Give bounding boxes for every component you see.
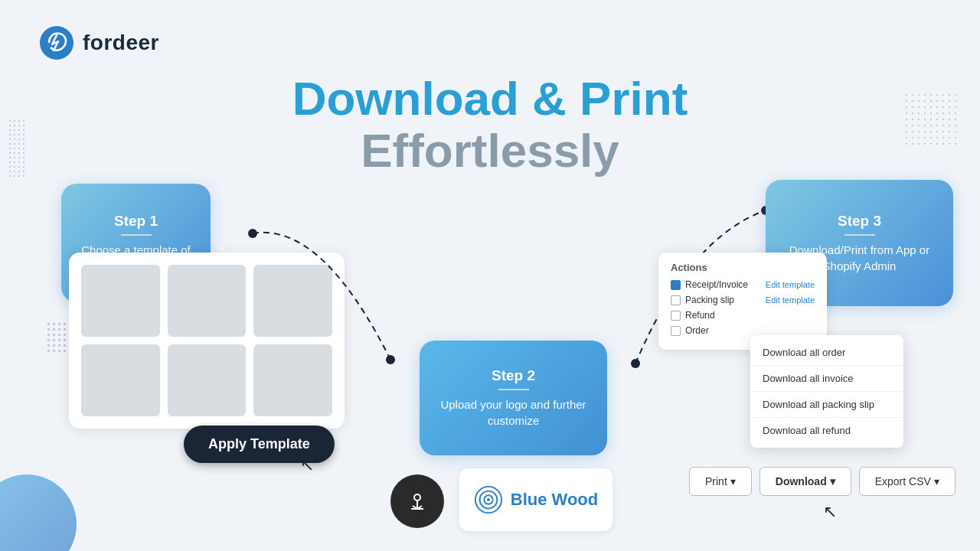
action-left-refund: Refund bbox=[671, 310, 715, 321]
title-line2: Effortlessly bbox=[0, 125, 980, 177]
title-line1: Download & Print bbox=[0, 73, 980, 125]
dropdown-item-all-packing[interactable]: Download all packing slip bbox=[750, 392, 903, 418]
fordeer-logo-icon bbox=[38, 24, 75, 61]
svg-point-1 bbox=[248, 229, 257, 238]
checkbox-order[interactable] bbox=[671, 326, 681, 336]
logo-text: fordeer bbox=[83, 31, 159, 55]
action-row-receipt: Receipt/Invoice Edit template bbox=[671, 279, 815, 290]
action-left-order: Order bbox=[671, 325, 709, 336]
action-label-order: Order bbox=[685, 325, 709, 336]
download-label: Download bbox=[776, 475, 827, 487]
checkbox-packing[interactable] bbox=[671, 295, 681, 305]
print-button[interactable]: Print ▾ bbox=[689, 467, 752, 496]
action-left-packing: Packing slip bbox=[671, 295, 734, 305]
cursor-icon-download: ↖ bbox=[823, 502, 837, 522]
template-thumb-1 bbox=[81, 265, 160, 337]
action-row-packing: Packing slip Edit template bbox=[671, 295, 815, 305]
template-thumb-2 bbox=[168, 265, 247, 337]
step3-divider bbox=[844, 234, 875, 236]
download-chevron-icon: ▾ bbox=[830, 475, 835, 487]
svg-point-3 bbox=[631, 359, 640, 368]
step1-label: Step 1 bbox=[114, 213, 158, 230]
share-icon-circle bbox=[390, 474, 444, 528]
export-csv-button[interactable]: Export CSV ▾ bbox=[859, 467, 956, 496]
main-title: Download & Print Effortlessly bbox=[0, 73, 980, 177]
template-thumb-5 bbox=[168, 344, 247, 416]
dropdown-item-all-refund[interactable]: Download all refund bbox=[750, 418, 903, 443]
step2-divider bbox=[498, 389, 529, 390]
dropdown-item-all-invoice[interactable]: Download all invoice bbox=[750, 366, 903, 392]
bluewood-name: Blue Wood bbox=[511, 490, 598, 510]
svg-point-5 bbox=[414, 494, 420, 500]
edit-template-packing[interactable]: Edit template bbox=[766, 295, 815, 305]
bluewood-card: Blue Wood bbox=[459, 468, 612, 531]
step2-box: Step 2 Upload your logo and further cust… bbox=[420, 341, 607, 455]
svg-point-9 bbox=[487, 498, 490, 501]
actions-title: Actions bbox=[671, 262, 815, 273]
template-thumb-6 bbox=[253, 344, 332, 416]
dropdown-item-all-order[interactable]: Download all order bbox=[750, 340, 903, 366]
step3-label: Step 3 bbox=[838, 213, 881, 230]
action-left-receipt: Receipt/Invoice bbox=[671, 279, 748, 290]
template-thumb-4 bbox=[81, 344, 160, 416]
step2-desc: Upload your logo and further customize bbox=[432, 396, 595, 429]
export-csv-label: Export CSV bbox=[875, 475, 931, 487]
checkbox-refund[interactable] bbox=[671, 311, 681, 321]
template-thumb-3 bbox=[253, 265, 332, 337]
checkbox-receipt[interactable] bbox=[671, 280, 681, 290]
edit-template-receipt[interactable]: Edit template bbox=[766, 280, 815, 289]
action-label-packing: Packing slip bbox=[685, 295, 734, 305]
bluewood-logo-icon bbox=[474, 485, 503, 514]
cursor-icon: ↖ bbox=[300, 455, 314, 475]
print-label: Print bbox=[705, 475, 727, 487]
print-chevron-icon: ▾ bbox=[730, 475, 736, 487]
export-csv-chevron-icon: ▾ bbox=[934, 475, 939, 487]
action-row-refund: Refund bbox=[671, 310, 815, 321]
download-button[interactable]: Download ▾ bbox=[760, 467, 851, 496]
template-card bbox=[69, 253, 345, 429]
action-label-receipt: Receipt/Invoice bbox=[685, 279, 748, 290]
step1-divider bbox=[121, 234, 152, 236]
bottom-action-buttons: Print ▾ Download ▾ Export CSV ▾ bbox=[689, 467, 956, 496]
svg-point-2 bbox=[386, 355, 395, 364]
circle-decoration-bottom-left bbox=[0, 474, 77, 551]
step2-label: Step 2 bbox=[492, 367, 535, 384]
header-logo: fordeer bbox=[38, 24, 159, 61]
action-row-order: Order bbox=[671, 325, 815, 336]
share-icon bbox=[405, 489, 430, 514]
action-label-refund: Refund bbox=[685, 310, 715, 321]
download-dropdown-menu: Download all order Download all invoice … bbox=[750, 335, 903, 448]
